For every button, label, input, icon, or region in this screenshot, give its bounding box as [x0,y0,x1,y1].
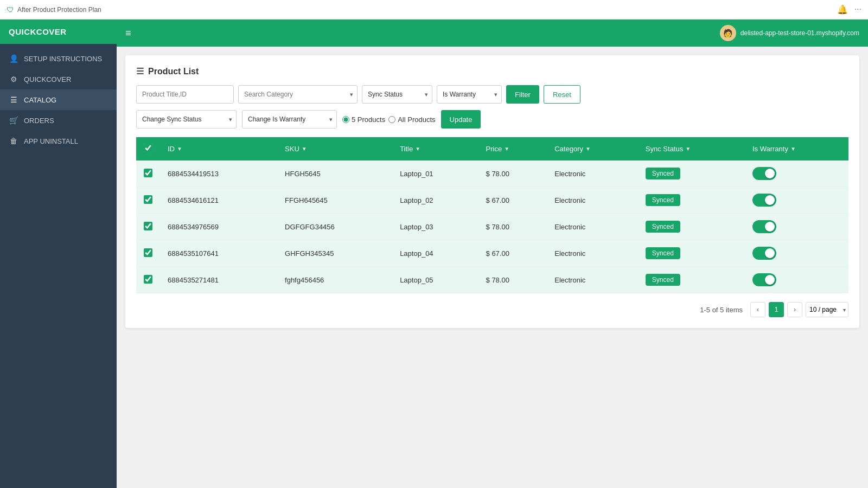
radio-all-products-input[interactable] [388,116,395,123]
cell-category: Electronic [547,267,638,293]
cell-category: Electronic [547,187,638,214]
radio-5-products[interactable]: 5 Products [342,115,385,124]
table-row: 6884535271481 fghfg456456 Laptop_05 $ 78… [136,267,848,293]
radio-group: 5 Products All Products [342,115,436,124]
sidebar: QUICKCOVER 👤 SETUP INSTRUCTIONS ⚙ QUICKC… [0,20,117,488]
per-page-wrapper: 10 / page 20 / page 50 / page [806,302,848,317]
product-table: ID ▼ SKU ▼ [136,137,848,293]
product-table-wrapper: ID ▼ SKU ▼ [136,137,848,293]
row-checkbox-cell [136,267,160,293]
top-bar: 🛡 After Product Protection Plan 🔔 ··· [0,0,868,20]
sidebar-item-quickcover[interactable]: ⚙ QUICKCOVER [0,69,117,89]
row-checkbox[interactable] [144,195,152,204]
store-name: delisted-app-test-store-01.myshopify.com [741,29,859,37]
table-row: 6884535107641 GHFGH345345 Laptop_04 $ 67… [136,240,848,267]
cell-id: 6884535271481 [160,267,277,293]
cell-category: Electronic [547,214,638,240]
prev-page-button[interactable]: ‹ [750,302,765,317]
change-sync-status-select[interactable]: Change Sync Status Synced Not Synced [136,110,237,129]
synced-badge: Synced [646,168,680,179]
sync-status-filter[interactable]: Sync Status Synced Not Synced [362,85,432,104]
per-page-select[interactable]: 10 / page 20 / page 50 / page [806,302,848,317]
page-1-button[interactable]: 1 [769,302,784,317]
cell-category: Electronic [547,240,638,267]
row-checkbox[interactable] [144,275,152,284]
cell-title: Laptop_01 [392,160,478,187]
dots-icon[interactable]: ··· [854,4,861,15]
page-body: ☰ Product List Sync Status Synced Not Sy… [117,47,868,488]
radio-5-products-input[interactable] [342,116,349,123]
col-id: ID ▼ [160,137,277,160]
cell-is-warranty [745,187,848,214]
toggle-slider [752,167,776,180]
col-is-warranty: Is Warranty ▼ [745,137,848,160]
category-sort-icon[interactable]: ▼ [585,146,591,152]
cell-sync-status: Synced [638,160,745,187]
cell-sku: DGFGFG34456 [277,214,392,240]
bell-icon[interactable]: 🔔 [837,4,848,15]
header-right: 🧑 delisted-app-test-store-01.myshopify.c… [720,25,859,41]
main-content: ≡ 🧑 delisted-app-test-store-01.myshopify… [117,20,868,488]
is-warranty-filter-wrapper: Is Warranty Yes No [437,85,502,104]
title-sort-icon[interactable]: ▼ [415,146,420,152]
sidebar-item-orders[interactable]: 🛒 ORDERS [0,110,117,131]
hamburger-icon[interactable]: ≡ [125,28,131,39]
row-checkbox[interactable] [144,222,152,230]
toggle-slider [752,194,776,207]
toggle-slider [752,220,776,233]
cell-sync-status: Synced [638,240,745,267]
cell-price: $ 78.00 [478,214,547,240]
table-row: 6884534419513 HFGH5645 Laptop_01 $ 78.00… [136,160,848,187]
select-all-checkbox[interactable] [144,144,152,152]
sidebar-item-app-uninstall[interactable]: 🗑 APP UNINSTALL [0,131,117,151]
radio-5-products-label: 5 Products [352,115,385,124]
warranty-toggle[interactable] [752,247,776,260]
id-sort-icon[interactable]: ▼ [177,146,182,152]
cell-id: 6884534976569 [160,214,277,240]
cell-title: Laptop_04 [392,240,478,267]
warranty-toggle[interactable] [752,273,776,286]
next-page-button[interactable]: › [787,302,802,317]
table-row: 6884534616121 FFGH645645 Laptop_02 $ 67.… [136,187,848,214]
warranty-toggle[interactable] [752,167,776,180]
price-sort-icon[interactable]: ▼ [504,146,509,152]
sidebar-item-catalog[interactable]: ☰ CATALOG [0,89,117,110]
change-sync-status-wrapper: Change Sync Status Synced Not Synced [136,110,237,129]
cell-sku: fghfg456456 [277,267,392,293]
select-all-cell [136,137,160,160]
product-title-id-input[interactable] [136,85,234,104]
col-price: Price ▼ [478,137,547,160]
avatar: 🧑 [720,25,736,41]
reset-button[interactable]: Reset [544,85,580,104]
cell-price: $ 78.00 [478,160,547,187]
search-category-input[interactable] [238,85,358,104]
change-warranty-select[interactable]: Change Is Warranty Yes No [242,110,337,129]
window-title: After Product Protection Plan [17,6,101,14]
is-warranty-filter[interactable]: Is Warranty Yes No [437,85,502,104]
cell-category: Electronic [547,160,638,187]
sidebar-item-label: ORDERS [24,117,54,125]
row-checkbox[interactable] [144,169,152,177]
row-checkbox-cell [136,187,160,214]
synced-badge: Synced [646,247,680,259]
synced-badge: Synced [646,194,680,206]
warranty-toggle[interactable] [752,220,776,233]
trash-icon: 🗑 [9,137,18,145]
toggle-slider [752,273,776,286]
page-title-text: Product List [148,67,199,76]
row-checkbox-cell [136,240,160,267]
list-icon: ☰ [9,95,18,104]
synced-badge: Synced [646,274,680,286]
row-checkbox[interactable] [144,248,152,257]
warranty-toggle[interactable] [752,194,776,207]
sync-status-sort-icon[interactable]: ▼ [685,146,691,152]
radio-all-products[interactable]: All Products [388,115,435,124]
is-warranty-sort-icon[interactable]: ▼ [790,146,796,152]
sidebar-item-setup-instructions[interactable]: 👤 SETUP INSTRUCTIONS [0,48,117,69]
filter-button[interactable]: Filter [506,85,539,104]
cell-price: $ 78.00 [478,267,547,293]
update-button[interactable]: Update [441,110,481,129]
col-title: Title ▼ [392,137,478,160]
sku-sort-icon[interactable]: ▼ [302,146,307,152]
cell-sync-status: Synced [638,214,745,240]
